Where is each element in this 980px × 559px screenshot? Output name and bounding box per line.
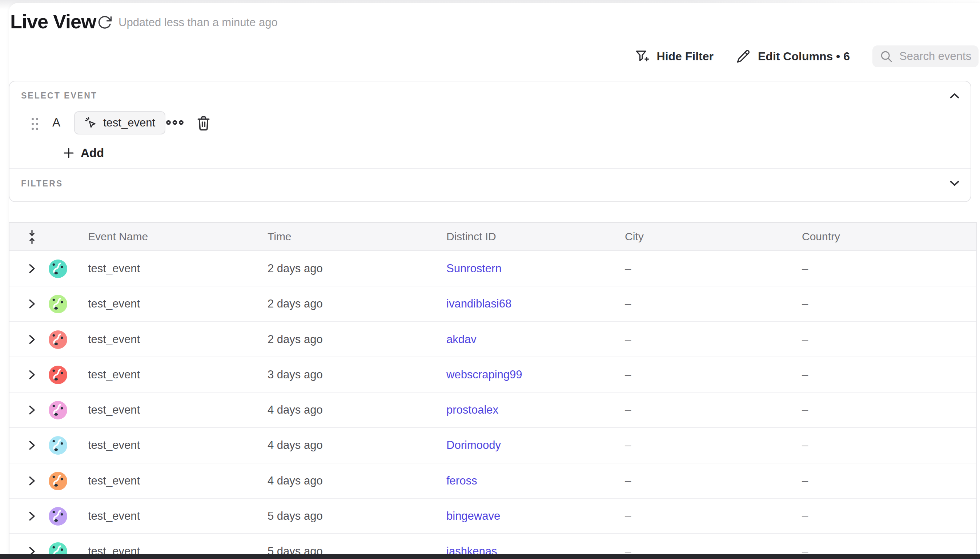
filter-plus-icon: [635, 49, 649, 64]
time-cell: 4 days ago: [268, 463, 323, 498]
city-cell: –: [625, 322, 631, 357]
chevron-right-icon[interactable]: [27, 440, 37, 451]
chevron-right-icon[interactable]: [27, 475, 37, 486]
chevron-down-icon[interactable]: [948, 177, 961, 190]
time-cell: 2 days ago: [268, 322, 323, 357]
event-name-cell: test_event: [88, 463, 140, 498]
filters-section-label: FILTERS: [21, 179, 63, 189]
distinct-id-link[interactable]: Dorimoody: [446, 428, 501, 462]
table-row[interactable]: test_event 2 days ago akdav – –: [10, 322, 977, 357]
country-cell: –: [802, 251, 808, 286]
country-cell: –: [802, 322, 808, 357]
country-cell: –: [802, 286, 808, 321]
toolbar: Hide Filter Edit Columns • 6: [635, 45, 978, 68]
distinct-id-link[interactable]: Sunrostern: [446, 251, 502, 286]
event-name-cell: test_event: [88, 428, 140, 462]
avatar: [49, 436, 67, 455]
edit-columns-button[interactable]: Edit Columns • 6: [736, 49, 850, 64]
panel-divider: [10, 168, 970, 169]
collapse-rows-icon[interactable]: [25, 229, 38, 245]
table-row[interactable]: test_event 2 days ago Sunrostern – –: [10, 251, 977, 286]
avatar: [49, 295, 67, 313]
time-cell: 2 days ago: [268, 286, 323, 321]
distinct-id-link[interactable]: prostoalex: [446, 392, 498, 427]
select-event-section-label: SELECT EVENT: [21, 91, 98, 101]
country-cell: –: [802, 357, 808, 392]
avatar: [49, 401, 67, 419]
event-name-cell: test_event: [88, 357, 140, 392]
event-name-cell: test_event: [88, 251, 140, 286]
event-selector-chip[interactable]: test_event: [74, 111, 165, 134]
column-header-time[interactable]: Time: [268, 223, 291, 250]
city-cell: –: [625, 251, 631, 286]
country-cell: –: [802, 463, 808, 498]
city-cell: –: [625, 428, 631, 462]
plus-icon: [63, 147, 75, 159]
time-cell: 3 days ago: [268, 357, 323, 392]
time-cell: 4 days ago: [268, 428, 323, 462]
table-row[interactable]: test_event 4 days ago feross – –: [10, 463, 977, 499]
chevron-right-icon[interactable]: [27, 369, 37, 380]
avatar: [49, 472, 67, 490]
chevron-up-icon[interactable]: [948, 89, 961, 103]
cursor-click-icon: [84, 116, 98, 129]
avatar: [49, 260, 67, 278]
distinct-id-link[interactable]: ivandiblasi68: [446, 286, 511, 321]
selected-event-label: test_event: [103, 116, 155, 129]
time-cell: 2 days ago: [268, 251, 323, 286]
column-header-city[interactable]: City: [625, 223, 644, 250]
add-event-button[interactable]: Add: [63, 144, 104, 162]
refresh-icon[interactable]: [97, 15, 113, 31]
table-row[interactable]: test_event 3 days ago webscraping99 – –: [10, 357, 977, 392]
table-row[interactable]: test_event 2 days ago ivandiblasi68 – –: [10, 286, 977, 322]
table-header: Event Name Time Distinct ID City Country: [10, 223, 977, 251]
table-row[interactable]: test_event 5 days ago bingewave – –: [10, 499, 977, 534]
pencil-icon: [736, 49, 750, 64]
events-table: Event Name Time Distinct ID City Country…: [9, 222, 977, 559]
city-cell: –: [625, 286, 631, 321]
page-title: Live View: [10, 10, 96, 33]
distinct-id-link[interactable]: feross: [446, 463, 477, 498]
avatar: [49, 331, 67, 349]
chevron-right-icon[interactable]: [27, 405, 37, 415]
event-name-cell: test_event: [88, 322, 140, 357]
hide-filter-button[interactable]: Hide Filter: [635, 49, 714, 64]
column-header-country[interactable]: Country: [802, 223, 840, 250]
avatar: [49, 507, 67, 526]
chevron-right-icon[interactable]: [27, 263, 37, 274]
country-cell: –: [802, 499, 808, 533]
distinct-id-link[interactable]: akdav: [446, 322, 476, 357]
column-header-event-name[interactable]: Event Name: [88, 223, 148, 250]
event-name-cell: test_event: [88, 392, 140, 427]
city-cell: –: [625, 392, 631, 427]
distinct-id-link[interactable]: bingewave: [446, 499, 500, 533]
table-body: test_event 2 days ago Sunrostern – – tes…: [10, 251, 977, 559]
distinct-id-link[interactable]: webscraping99: [446, 357, 522, 392]
table-row[interactable]: test_event 4 days ago Dorimoody – –: [10, 428, 977, 463]
chevron-right-icon[interactable]: [27, 298, 37, 309]
chevron-right-icon[interactable]: [27, 511, 37, 521]
more-options-icon[interactable]: [166, 117, 184, 129]
drag-handle-icon[interactable]: [28, 116, 41, 131]
chevron-right-icon[interactable]: [27, 334, 37, 345]
query-builder-panel: SELECT EVENT A: [9, 81, 971, 202]
updated-status: Updated less than a minute ago: [119, 16, 278, 29]
column-header-distinct-id[interactable]: Distinct ID: [446, 223, 496, 250]
search-input[interactable]: [899, 50, 971, 63]
event-name-cell: test_event: [88, 499, 140, 533]
trash-icon[interactable]: [195, 115, 212, 132]
city-cell: –: [625, 357, 631, 392]
city-cell: –: [625, 499, 631, 533]
time-cell: 5 days ago: [268, 499, 323, 533]
edit-columns-label: Edit Columns • 6: [758, 50, 850, 63]
table-row[interactable]: test_event 4 days ago prostoalex – –: [10, 392, 977, 428]
time-cell: 4 days ago: [268, 392, 323, 427]
event-row-letter: A: [52, 116, 60, 129]
event-name-cell: test_event: [88, 286, 140, 321]
event-row: A test_event: [10, 111, 970, 134]
live-view-page: Live View Updated less than a minute ago…: [0, 0, 980, 559]
country-cell: –: [802, 428, 808, 462]
search-icon: [880, 50, 893, 63]
search-box[interactable]: [873, 45, 978, 67]
hide-filter-label: Hide Filter: [657, 50, 714, 63]
